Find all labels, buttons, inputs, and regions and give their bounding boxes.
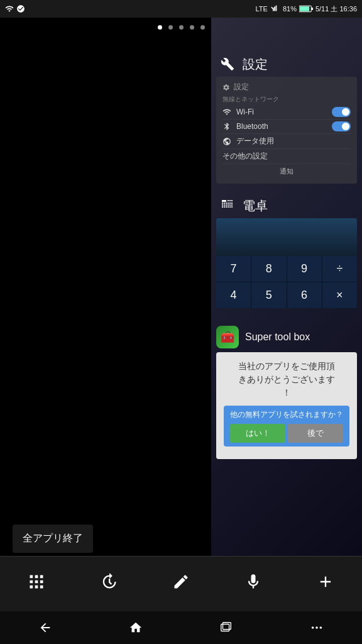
wifi-toggle[interactable] (332, 107, 351, 117)
settings-header: 設定 (216, 55, 357, 73)
settings-footer: 通知 (222, 164, 351, 179)
svg-rect-24 (231, 206, 233, 208)
calculator-icon (219, 197, 236, 214)
svg-rect-1 (311, 8, 313, 10)
more-button[interactable] (301, 615, 332, 640)
calc-btn-div[interactable]: ÷ (322, 256, 357, 282)
bottom-app-bar (0, 556, 362, 611)
svg-rect-16 (228, 204, 229, 206)
calc-buttons: 7 8 9 ÷ 4 5 6 × (216, 256, 357, 308)
calc-btn-8[interactable]: 8 (251, 256, 286, 282)
toolbox-header: 🧰 Super tool box (216, 326, 357, 348)
left-panel (0, 18, 211, 556)
other-settings-row[interactable]: その他の設定 (222, 149, 351, 164)
svg-point-29 (320, 626, 322, 629)
settings-title: 設定 (243, 56, 268, 73)
calc-header: 電卓 (216, 197, 357, 214)
dot-1 (158, 25, 162, 30)
settings-card-title: 設定 (234, 82, 249, 92)
apps-grid-button[interactable] (18, 565, 55, 603)
nav-bar (0, 611, 362, 644)
calc-btn-7[interactable]: 7 (216, 256, 251, 282)
svg-rect-2 (300, 6, 309, 11)
right-panel: 設定 設定 無線とネットワーク Wi-Fi Bluetooth (211, 18, 362, 556)
status-bar: LTE 81% 5/11 土 16:36 (0, 0, 362, 18)
calc-btn-mul[interactable]: × (322, 282, 357, 308)
wrench-icon (219, 55, 236, 73)
calc-title: 電卓 (243, 197, 268, 214)
calc-btn-9[interactable]: 9 (287, 256, 322, 282)
pencil-icon (172, 573, 190, 595)
grid-icon (28, 573, 45, 595)
recents-button[interactable] (211, 615, 242, 640)
svg-rect-9 (226, 203, 227, 204)
settings-card[interactable]: 設定 無線とネットワーク Wi-Fi Bluetooth (216, 77, 357, 184)
history-button[interactable] (90, 565, 128, 603)
data-label: データ使用 (236, 136, 274, 147)
toolbox-title: Super tool box (245, 331, 310, 343)
pencil-button[interactable] (162, 565, 200, 603)
svg-rect-6 (231, 200, 233, 201)
history-icon (100, 573, 118, 595)
toolbox-action-buttons: はい！ 後で (230, 424, 343, 443)
data-row[interactable]: データ使用 (222, 134, 351, 149)
settings-card-header: 設定 (222, 82, 351, 92)
other-settings-label: その他の設定 (222, 151, 268, 162)
svg-rect-3 (222, 200, 226, 202)
svg-rect-17 (229, 204, 231, 206)
wifi-row[interactable]: Wi-Fi (222, 105, 351, 119)
calc-btn-4[interactable]: 4 (216, 282, 251, 308)
svg-rect-4 (228, 200, 229, 201)
bluetooth-toggle[interactable] (332, 121, 351, 131)
calc-btn-5[interactable]: 5 (251, 282, 286, 308)
dot-5 (200, 25, 205, 30)
svg-rect-15 (226, 204, 227, 206)
calculator-section: 電卓 7 8 9 ÷ 4 5 6 × (216, 197, 357, 308)
status-bar-right: LTE 81% 5/11 土 16:36 (256, 4, 357, 14)
plus-icon (317, 573, 334, 595)
svg-rect-26 (223, 623, 231, 630)
toolbox-prompt-box: 他の無料アプリを試されますか？ はい！ 後で (224, 406, 349, 447)
svg-rect-14 (224, 204, 225, 206)
toolbox-section: 🧰 Super tool box 当社のアプリをご使用頂きありがとうございます！… (216, 326, 357, 459)
svg-rect-19 (222, 206, 223, 208)
toolbox-card: 当社のアプリをご使用頂きありがとうございます！ 他の無料アプリを試されますか？ … (216, 352, 357, 459)
add-button[interactable] (307, 565, 344, 603)
svg-rect-12 (231, 203, 233, 204)
svg-point-28 (315, 626, 318, 629)
svg-rect-25 (221, 625, 229, 631)
mic-button[interactable] (234, 565, 272, 603)
wifi-label: Wi-Fi (236, 108, 254, 116)
toolbox-app-icon: 🧰 (216, 326, 239, 348)
all-apps-end-button[interactable]: 全アプリ終了 (13, 525, 93, 553)
svg-rect-21 (226, 206, 227, 208)
back-button[interactable] (30, 615, 61, 640)
toolbox-no-button[interactable]: 後で (288, 424, 343, 443)
calculator-card[interactable]: 7 8 9 ÷ 4 5 6 × (216, 218, 357, 308)
date-time: 5/11 土 16:36 (315, 4, 357, 14)
network-type: LTE (256, 5, 268, 13)
status-bar-left (5, 4, 25, 13)
toolbox-yes-button[interactable]: はい！ (230, 424, 285, 443)
svg-rect-7 (222, 203, 223, 204)
settings-section: 設定 設定 無線とネットワーク Wi-Fi Bluetooth (216, 55, 357, 184)
dot-4 (190, 25, 194, 30)
svg-rect-8 (224, 203, 225, 204)
svg-rect-5 (229, 200, 231, 201)
dot-3 (179, 25, 184, 30)
bluetooth-row[interactable]: Bluetooth (222, 119, 351, 134)
network-label: 無線とネットワーク (222, 95, 351, 104)
home-button[interactable] (120, 615, 151, 640)
microphone-icon (244, 573, 262, 595)
svg-rect-11 (229, 203, 231, 204)
svg-rect-13 (222, 204, 223, 206)
svg-rect-23 (229, 206, 231, 208)
svg-rect-10 (228, 203, 229, 204)
toolbox-message: 当社のアプリをご使用頂きありがとうございます！ (224, 360, 349, 399)
svg-point-27 (312, 626, 314, 629)
toolbox-prompt-text: 他の無料アプリを試されますか？ (230, 409, 343, 420)
page-dots (0, 18, 362, 36)
dot-2 (168, 25, 173, 30)
calc-btn-6[interactable]: 6 (287, 282, 322, 308)
bluetooth-label: Bluetooth (236, 122, 268, 131)
